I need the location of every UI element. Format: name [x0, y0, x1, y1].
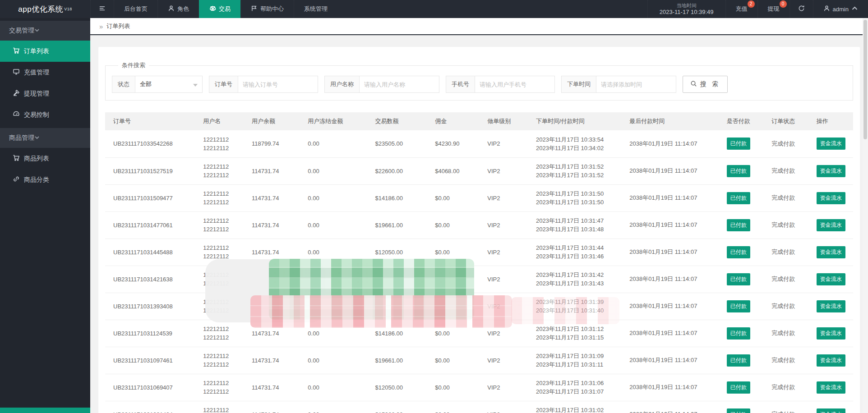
paid-badge: 已付款 [727, 138, 750, 150]
navbar-right: 当地时间 2023-11-17 10:39:49 充值 2 提现 0 admin [647, 0, 868, 18]
last-pay-time-cell: 2038年01月19日 11:14:07 [625, 401, 722, 413]
fund-flow-button[interactable]: 资金流水 [817, 273, 845, 285]
amount-cell: $23505.00 [371, 130, 431, 157]
order-time-field: 下单时间 [561, 76, 676, 93]
order-no-cell: UB2311171033542268 [105, 130, 199, 157]
user-menu[interactable]: admin [813, 0, 868, 18]
fund-flow-button[interactable]: 资金流水 [817, 138, 845, 150]
withdraw-label: 提现 [768, 5, 780, 13]
sidebar-item-goods-category[interactable]: 商品分类 [0, 169, 90, 190]
fund-flow-button[interactable]: 资金流水 [817, 408, 845, 413]
amount-cell [371, 293, 431, 320]
commission-cell: $0.00 [430, 239, 483, 266]
sidebar-item-goods-list[interactable]: 商品列表 [0, 148, 90, 169]
paid-badge: 已付款 [727, 300, 750, 312]
status-cell: 完成付款 [767, 293, 812, 320]
order-time-cell: 2023年11月17日 10:31:092023年11月17日 10:31:11 [531, 347, 625, 374]
balance-cell: 118799.74 [247, 130, 303, 157]
fund-flow-button[interactable]: 资金流水 [817, 300, 845, 312]
sidebar-item-trade-control[interactable]: 交易控制 [0, 104, 90, 125]
status-field: 状态 全部 [112, 76, 203, 93]
sidebar-group-trade[interactable]: 交易管理 [0, 21, 90, 41]
user-icon [823, 5, 830, 13]
username-cell: 1221211212212112 [199, 320, 247, 347]
table-body: UB2311171033542268 1221211212212112 1187… [105, 130, 853, 413]
frozen-cell: 0.00 [303, 401, 370, 413]
balance-cell: 114731.74 [247, 374, 303, 401]
gauge-icon [13, 110, 20, 119]
withdraw-button[interactable]: 提现 0 [757, 0, 790, 18]
nav-item-system[interactable]: 系统管理 [294, 0, 337, 18]
chevron-down-icon [34, 134, 40, 142]
user-icon [168, 5, 175, 13]
col-last-pay-time: 最后付款时间 [625, 112, 722, 130]
level-cell: VIP2 [483, 374, 531, 401]
paid-cell: 已付款 [722, 374, 767, 401]
action-cell: 资金流水 [812, 239, 853, 266]
order-no-input[interactable] [238, 76, 318, 93]
fund-flow-button[interactable]: 资金流水 [817, 327, 845, 340]
link-icon [13, 175, 20, 184]
amount-cell: $19661.00 [371, 211, 431, 239]
frozen-cell [303, 266, 370, 293]
fund-flow-button[interactable]: 资金流水 [817, 165, 845, 177]
sidebar-item-label: 商品分类 [24, 176, 49, 184]
app-version: V18 [64, 7, 72, 11]
order-time-input[interactable] [596, 76, 676, 93]
balance-cell [247, 293, 303, 320]
order-no-cell: UB2311171031421638 [105, 266, 199, 293]
nav-item-roles[interactable]: 角色 [157, 0, 199, 18]
sidebar-item-recharge[interactable]: 充值管理 [0, 62, 90, 83]
col-commission: 佣金 [430, 112, 483, 130]
fund-flow-button[interactable]: 资金流水 [817, 381, 845, 394]
last-pay-time-cell: 2038年01月19日 11:14:07 [625, 130, 722, 157]
username-input[interactable] [359, 76, 439, 93]
status-cell: 完成付款 [767, 320, 812, 347]
amount-cell: $15966.00 [371, 401, 431, 413]
table-header: 订单号 用户名 用户余额 用户冻结金额 交易数额 佣金 做单级别 下单时间/付款… [105, 112, 853, 130]
nav-item-label: 交易 [219, 5, 231, 13]
app-logo[interactable]: app优化系统V18 [0, 0, 90, 18]
nav-item-home[interactable]: 后台首页 [114, 0, 157, 18]
nav-item-help[interactable]: 帮助中心 [240, 0, 294, 18]
last-pay-time-cell: 2038年01月19日 11:14:07 [625, 347, 722, 374]
fund-flow-button[interactable]: 资金流水 [817, 354, 845, 367]
search-button[interactable]: 搜 索 [683, 76, 728, 93]
fund-flow-button[interactable]: 资金流水 [817, 192, 845, 204]
status-cell: 完成付款 [767, 266, 812, 293]
phone-input[interactable] [475, 76, 555, 93]
amount-cell [371, 266, 431, 293]
paid-cell: 已付款 [722, 130, 767, 157]
nav-item-trade[interactable]: 交易 [199, 0, 240, 18]
status-select[interactable]: 全部 [135, 76, 203, 93]
breadcrumb-arrows-icon: » [99, 23, 103, 30]
recharge-button[interactable]: 充值 2 [725, 0, 757, 18]
sidebar-item-order-list[interactable]: 订单列表 [0, 41, 90, 62]
col-order-no: 订单号 [105, 112, 199, 130]
status-cell: 完成付款 [767, 374, 812, 401]
last-pay-time-cell: 2038年01月19日 11:14:07 [625, 374, 722, 401]
table-row: UB2311171031124539 1221211212212112 1147… [105, 320, 853, 347]
fund-flow-button[interactable]: 资金流水 [817, 219, 845, 231]
sidebar-group-goods[interactable]: 商品管理 [0, 128, 90, 148]
sidebar-item-label: 提现管理 [24, 90, 49, 98]
sidebar-item-withdraw[interactable]: 提现管理 [0, 83, 90, 104]
vertical-scrollbar[interactable] [863, 18, 868, 413]
local-time-block: 当地时间 2023-11-17 10:39:49 [647, 0, 725, 18]
fund-flow-button[interactable]: 资金流水 [817, 246, 845, 258]
status-cell: 完成付款 [767, 157, 812, 184]
recharge-count-badge: 2 [748, 0, 755, 8]
local-time-label: 当地时间 [677, 2, 697, 9]
vertical-scrollbar-thumb[interactable] [863, 20, 867, 139]
nav-item-label: 角色 [177, 5, 189, 13]
refresh-button[interactable] [790, 0, 813, 18]
col-action: 操作 [812, 112, 853, 130]
username-cell: 1221211212212112 [199, 266, 247, 293]
order-no-cell: UB2311171031021404 [105, 401, 199, 413]
table-row: UB2311171031021404 1221211212212112 1147… [105, 401, 853, 413]
hamburger-icon [99, 5, 106, 13]
sidebar-toggle-button[interactable] [90, 0, 114, 18]
sidebar: 交易管理 订单列表 充值管理 提现管理 交易控制 商品管理 商品列表 商品分类 [0, 18, 90, 413]
col-level: 做单级别 [483, 112, 531, 130]
search-icon [690, 80, 697, 88]
